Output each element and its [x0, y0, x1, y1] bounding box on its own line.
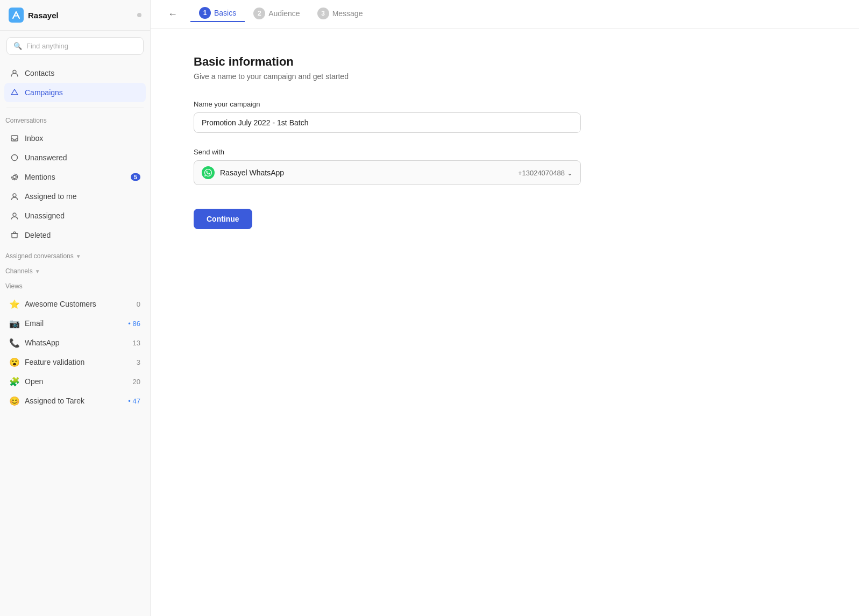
- channels-label[interactable]: Channels ▼: [0, 262, 150, 277]
- sidebar-item-assigned-to-tarek[interactable]: 😊 Assigned to Tarek • 47: [4, 391, 146, 410]
- svg-point-6: [13, 213, 16, 216]
- mentions-label: Mentions: [25, 173, 55, 181]
- contacts-label: Contacts: [25, 69, 54, 77]
- whatsapp-brand-icon: [202, 166, 215, 179]
- status-indicator: [137, 13, 141, 17]
- contacts-icon: [10, 68, 19, 78]
- back-button[interactable]: ←: [164, 6, 182, 22]
- campaign-name-label: Name your campaign: [194, 100, 581, 108]
- inbox-icon: [10, 133, 19, 143]
- sidebar-item-contacts[interactable]: Contacts: [4, 63, 146, 83]
- step-2-circle: 2: [253, 8, 265, 19]
- search-box[interactable]: 🔍 Find anything: [6, 37, 144, 55]
- dropdown-chevron: ⌄: [567, 169, 573, 177]
- send-with-group: Send with Rasayel WhatsApp +13024070488 …: [194, 148, 581, 185]
- campaigns-icon: [10, 88, 19, 97]
- app-logo: [9, 8, 24, 23]
- channels-chevron: ▼: [35, 268, 40, 274]
- sidebar-header: Rasayel: [0, 0, 150, 31]
- campaign-name-group: Name your campaign: [194, 100, 581, 133]
- svg-rect-7: [12, 233, 17, 238]
- svg-rect-0: [9, 8, 24, 23]
- conversations-section-label: Conversations: [0, 111, 150, 126]
- assigned-to-tarek-count: • 47: [128, 397, 140, 405]
- awesome-customers-count: 0: [137, 300, 140, 308]
- campaigns-label: Campaigns: [25, 88, 63, 97]
- svg-point-5: [13, 194, 16, 197]
- assigned-to-me-label: Assigned to me: [25, 192, 77, 201]
- sidebar-item-unassigned[interactable]: Unassigned: [4, 206, 146, 225]
- whatsapp-icon: 📞: [10, 338, 19, 348]
- divider-1: [6, 108, 144, 108]
- sidebar-item-unanswered[interactable]: Unanswered: [4, 148, 146, 167]
- send-with-phone: +13024070488 ⌄: [518, 169, 573, 177]
- assigned-to-tarek-label: Assigned to Tarek: [25, 396, 84, 405]
- sidebar-item-whatsapp[interactable]: 📞 WhatsApp 13: [4, 333, 146, 352]
- unanswered-label: Unanswered: [25, 153, 67, 162]
- step-3-label: Message: [332, 9, 363, 18]
- mentions-icon: [10, 172, 19, 182]
- main-content: ← 1 Basics 2 Audience 3 Message: [151, 0, 859, 616]
- sidebar-item-awesome-customers[interactable]: ⭐ Awesome Customers 0: [4, 294, 146, 314]
- deleted-label: Deleted: [25, 231, 51, 239]
- feature-validation-count: 3: [137, 358, 140, 366]
- continue-button[interactable]: Continue: [194, 209, 252, 229]
- sidebar-item-assigned-to-me[interactable]: Assigned to me: [4, 187, 146, 206]
- app-name: Rasayel: [28, 11, 59, 20]
- whatsapp-count: 13: [133, 339, 140, 347]
- main-nav: Contacts Campaigns: [0, 61, 150, 104]
- step-message[interactable]: 3 Message: [309, 8, 372, 22]
- unassigned-icon: [10, 211, 19, 221]
- search-icon: 🔍: [13, 42, 22, 50]
- sidebar-item-campaigns[interactable]: Campaigns: [4, 83, 146, 102]
- form-subtitle: Give a name to your campaign and get sta…: [194, 72, 816, 81]
- svg-point-3: [12, 155, 18, 161]
- step-1-label: Basics: [214, 9, 236, 17]
- campaign-name-input[interactable]: [194, 112, 581, 133]
- open-icon: 🧩: [10, 377, 19, 386]
- feature-validation-label: Feature validation: [25, 358, 84, 366]
- form-title: Basic information: [194, 55, 816, 69]
- sidebar-item-open[interactable]: 🧩 Open 20: [4, 372, 146, 391]
- send-with-name: Rasayel WhatsApp: [220, 168, 284, 177]
- top-nav: ← 1 Basics 2 Audience 3 Message: [151, 0, 859, 29]
- assigned-to-tarek-icon: 😊: [10, 396, 19, 406]
- whatsapp-label: WhatsApp: [25, 338, 60, 347]
- send-with-label: Send with: [194, 148, 581, 156]
- awesome-customers-label: Awesome Customers: [25, 300, 96, 308]
- step-basics[interactable]: 1 Basics: [190, 7, 245, 22]
- step-1-circle: 1: [199, 7, 211, 19]
- search-area[interactable]: 🔍 Find anything: [0, 31, 150, 61]
- logo-area: Rasayel: [9, 8, 59, 23]
- search-placeholder: Find anything: [26, 42, 68, 50]
- email-count: • 86: [128, 320, 140, 328]
- send-with-info: Rasayel WhatsApp: [202, 166, 284, 179]
- mentions-badge: 5: [131, 173, 140, 181]
- step-audience[interactable]: 2 Audience: [245, 8, 308, 22]
- open-count: 20: [133, 378, 140, 386]
- awesome-customers-icon: ⭐: [10, 299, 19, 309]
- sidebar-item-deleted[interactable]: Deleted: [4, 225, 146, 245]
- sidebar-item-inbox[interactable]: Inbox: [4, 129, 146, 148]
- main-body: Basic information Give a name to your ca…: [151, 29, 859, 616]
- views-label: Views: [0, 277, 150, 292]
- views-nav: ⭐ Awesome Customers 0 📷 Email • 86 📞 Wha…: [0, 292, 150, 413]
- conversations-nav: Inbox Unanswered Mentions 5: [0, 126, 150, 247]
- unanswered-icon: [10, 153, 19, 162]
- wizard-steps: 1 Basics 2 Audience 3 Message: [190, 7, 371, 22]
- assigned-to-me-icon: [10, 192, 19, 201]
- send-with-selector[interactable]: Rasayel WhatsApp +13024070488 ⌄: [194, 160, 581, 185]
- sidebar-item-mentions[interactable]: Mentions 5: [4, 167, 146, 187]
- open-label: Open: [25, 377, 43, 386]
- email-icon: 📷: [10, 318, 19, 328]
- inbox-label: Inbox: [25, 134, 43, 143]
- sidebar-item-feature-validation[interactable]: 😮 Feature validation 3: [4, 352, 146, 372]
- unassigned-label: Unassigned: [25, 211, 65, 220]
- feature-validation-icon: 😮: [10, 357, 19, 367]
- step-2-label: Audience: [268, 9, 300, 18]
- sidebar-item-email[interactable]: 📷 Email • 86: [4, 314, 146, 333]
- assigned-conversations-label[interactable]: Assigned conversations ▼: [0, 247, 150, 262]
- assigned-conversations-chevron: ▼: [76, 253, 81, 259]
- email-label: Email: [25, 319, 44, 328]
- sidebar: Rasayel 🔍 Find anything Contacts: [0, 0, 151, 616]
